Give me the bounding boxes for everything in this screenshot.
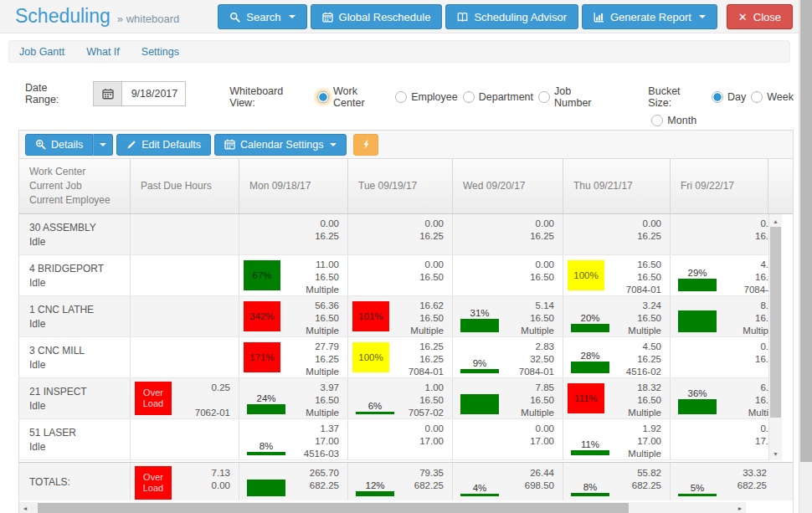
load-bar[interactable] — [247, 452, 285, 455]
schedule-cell[interactable]: OverLoad0.25 7062-01 — [131, 378, 239, 418]
schedule-cell[interactable]: 0.0016.25 — [453, 214, 563, 254]
load-bar[interactable] — [678, 399, 717, 414]
load-percent-badge[interactable]: 111% — [568, 383, 604, 413]
load-bar[interactable] — [571, 324, 609, 332]
work-center-cell[interactable]: 51 LASERIdle — [19, 419, 131, 459]
scroll-right-icon[interactable]: ► — [734, 502, 746, 513]
load-bar[interactable] — [571, 493, 609, 496]
global-reschedule-button[interactable]: Global Reschedule — [311, 4, 443, 29]
load-percent-badge[interactable]: 67% — [244, 260, 280, 290]
tab-job-gantt[interactable]: Job Gantt — [19, 46, 64, 58]
calendar-settings-button[interactable]: Calendar Settings — [214, 134, 347, 156]
radio-option-job-number[interactable]: Job Number — [538, 85, 609, 109]
schedule-cell[interactable]: 100%16.5016.507084-01 — [563, 255, 671, 295]
schedule-cell[interactable]: 29%4.16.7084- — [671, 255, 768, 295]
schedule-cell[interactable]: 9%2.8332.507084-01 — [453, 337, 563, 377]
search-button[interactable]: Search — [218, 4, 306, 29]
load-percent-badge[interactable]: 100% — [352, 342, 389, 372]
schedule-cell[interactable]: 0.17. — [671, 419, 768, 459]
work-center-cell[interactable]: 21 INSPECTIdle — [19, 378, 131, 418]
schedule-cell[interactable]: 20%3.2416.50Multiple — [563, 296, 671, 336]
load-percent-badge[interactable]: 101% — [352, 301, 389, 331]
work-center-cell[interactable]: 4 BRIDGEPORTIdle — [19, 255, 131, 295]
load-bar[interactable] — [678, 494, 717, 496]
schedule-cell[interactable]: 111%18.3216.50Multiple — [563, 378, 671, 418]
generate-report-button[interactable]: Generate Report — [582, 4, 717, 29]
load-bar[interactable] — [571, 362, 609, 373]
radio-option-day[interactable]: Day — [712, 91, 746, 103]
date-range-input[interactable] — [121, 81, 186, 106]
schedule-cell[interactable]: 8%55.82682.25 — [563, 463, 671, 500]
schedule-cell[interactable]: 171%27.7916.25Multiple — [239, 337, 348, 377]
schedule-cell[interactable]: 67%11.0016.50Multiple — [239, 255, 348, 295]
schedule-cell[interactable]: 31%5.1416.50Multiple — [453, 296, 563, 336]
horizontal-scroll-thumb[interactable] — [38, 503, 629, 513]
date-picker-button[interactable] — [93, 81, 121, 106]
schedule-cell[interactable]: 11%1.9217.00Multiple — [563, 419, 671, 459]
load-percent-badge[interactable]: 171% — [244, 342, 280, 372]
schedule-cell[interactable]: 28%4.5016.254516-02 — [563, 337, 671, 377]
page-vertical-scrollbar[interactable] — [799, 0, 812, 513]
schedule-cell[interactable] — [131, 255, 239, 295]
load-bar[interactable] — [247, 404, 285, 414]
load-bar[interactable] — [356, 412, 394, 414]
schedule-cell[interactable]: 8%1.3717.004516-03 — [239, 419, 348, 459]
load-bar[interactable] — [460, 494, 499, 496]
schedule-cell[interactable]: 0.0016.25 — [239, 214, 348, 254]
tab-settings[interactable]: Settings — [141, 46, 179, 58]
schedule-cell[interactable]: 5%33.32682.25 — [671, 463, 775, 500]
page-scroll-thumb[interactable] — [800, 0, 812, 462]
schedule-cell[interactable]: 48%7.8516.50Multiple — [453, 378, 563, 418]
schedule-cell[interactable]: 24%3.9716.50Multiple — [239, 378, 348, 418]
overload-badge[interactable]: OverLoad — [135, 466, 172, 500]
schedule-cell[interactable] — [131, 419, 239, 459]
table-vertical-scrollbar[interactable]: ▲ ▼ — [768, 214, 782, 460]
schedule-cell[interactable]: 12%79.35682.25 — [348, 463, 453, 500]
schedule-cell[interactable]: 0.0016.50 — [348, 255, 453, 295]
work-center-cell[interactable]: 1 CNC LATHEIdle — [19, 296, 131, 336]
radio-option-work-center[interactable]: Work Center — [317, 85, 390, 109]
schedule-cell[interactable]: 100%16.2516.257084-01 — [348, 337, 453, 377]
schedule-cell[interactable]: 0.0016.25 — [348, 214, 453, 254]
schedule-cell[interactable] — [131, 337, 239, 377]
schedule-cell[interactable]: 0.16. — [671, 214, 768, 254]
radio-option-employee[interactable]: Employee — [395, 91, 458, 103]
schedule-cell[interactable]: 0.0016.25 — [563, 214, 671, 254]
scroll-left-icon[interactable]: ◄ — [19, 502, 31, 513]
load-bar[interactable] — [571, 450, 609, 455]
tab-what-if[interactable]: What If — [86, 46, 120, 58]
scheduling-advisor-button[interactable]: Scheduling Advisor — [445, 4, 578, 29]
radio-option-department[interactable]: Department — [463, 91, 533, 103]
schedule-cell[interactable]: 0.0016.50 — [453, 255, 563, 295]
load-percent-badge[interactable]: 342% — [244, 301, 280, 331]
close-button[interactable]: ✕ Close — [727, 4, 793, 29]
schedule-cell[interactable]: 6%1.0016.507057-02 — [348, 378, 453, 418]
vertical-scroll-thumb[interactable] — [770, 227, 781, 418]
overload-badge[interactable]: OverLoad — [135, 382, 172, 415]
schedule-cell[interactable]: 0.16. — [671, 337, 768, 377]
scroll-up-icon[interactable]: ▲ — [769, 215, 782, 227]
schedule-cell[interactable]: 0.0017.00 — [453, 419, 563, 459]
schedule-cell[interactable]: 53%8.16.Multip — [671, 296, 768, 336]
schedule-cell[interactable] — [131, 296, 239, 336]
radio-option-month[interactable]: Month — [651, 115, 696, 126]
schedule-cell[interactable]: 0.0017.00 — [348, 419, 453, 459]
quick-reschedule-button[interactable] — [353, 134, 378, 156]
scroll-down-icon[interactable]: ▼ — [769, 448, 782, 459]
schedule-cell[interactable]: 39%265.70682.25 — [239, 463, 348, 500]
radio-option-week[interactable]: Week — [751, 91, 794, 103]
load-bar[interactable] — [460, 319, 499, 332]
load-percent-badge[interactable]: 100% — [568, 260, 604, 290]
load-bar[interactable] — [460, 369, 499, 373]
schedule-cell[interactable]: OverLoad7.130.00 — [131, 463, 239, 500]
table-horizontal-scrollbar[interactable]: ◄ ► — [19, 502, 746, 513]
details-dropdown-button[interactable] — [93, 134, 113, 156]
work-center-cell[interactable]: 3 CNC MILLIdle — [19, 337, 131, 377]
schedule-cell[interactable]: 101%16.6216.50Multiple — [348, 296, 453, 336]
work-center-cell[interactable]: 30 ASSEMBLYIdle — [19, 214, 131, 254]
schedule-cell[interactable]: 36%6.16.Multi — [671, 378, 768, 418]
load-bar[interactable] — [678, 279, 717, 291]
schedule-cell[interactable]: 4%26.44698.50 — [453, 463, 563, 500]
schedule-cell[interactable]: 342%56.3616.50Multiple — [239, 296, 348, 336]
load-bar[interactable] — [247, 480, 285, 496]
